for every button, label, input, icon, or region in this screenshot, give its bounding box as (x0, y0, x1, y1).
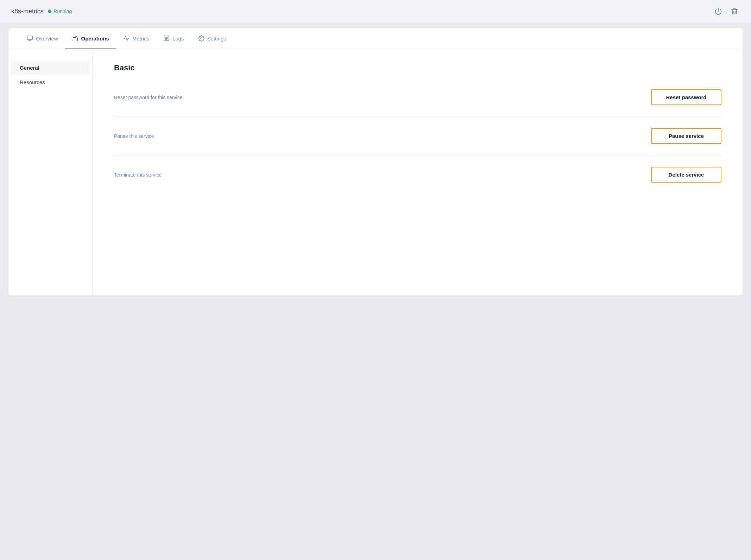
status-dot (48, 9, 51, 13)
section-title: Basic (114, 63, 721, 72)
main-card: Overview Operations Metrics Logs (8, 28, 743, 295)
operation-description-delete-service: Terminate this service (114, 172, 162, 178)
sidebar-item-general[interactable]: General (11, 61, 90, 75)
main-panel: Basic Reset password for this serviceRes… (93, 49, 743, 295)
tab-overview[interactable]: Overview (20, 28, 65, 49)
pause-service-button[interactable]: Pause service (651, 128, 721, 144)
status-badge: Running (48, 8, 72, 14)
operations-icon (72, 35, 78, 42)
power-icon (714, 7, 722, 15)
tab-nav: Overview Operations Metrics Logs (8, 28, 743, 49)
tab-overview-label: Overview (36, 36, 58, 42)
delete-service-button[interactable]: Delete service (651, 167, 721, 183)
sidebar-general-label: General (20, 65, 39, 71)
operation-row-pause-service: Pause this servicePause service (114, 117, 721, 155)
delete-button[interactable] (729, 6, 740, 17)
tab-logs-label: Logs (172, 36, 184, 42)
tab-settings-label: Settings (207, 36, 226, 42)
reset-password-button[interactable]: Reset password (651, 89, 721, 105)
tab-logs[interactable]: Logs (156, 28, 191, 49)
topbar: k8s-metrics Running (0, 0, 751, 23)
tab-settings[interactable]: Settings (191, 28, 233, 49)
topbar-left: k8s-metrics Running (11, 8, 72, 15)
logs-icon (163, 35, 170, 42)
metrics-icon (123, 35, 130, 42)
operation-row-delete-service: Terminate this serviceDelete service (114, 155, 721, 194)
svg-rect-1 (27, 36, 33, 40)
sidebar-item-resources[interactable]: Resources (11, 75, 90, 89)
sidebar: General Resources (8, 49, 93, 295)
tab-metrics[interactable]: Metrics (116, 28, 156, 49)
operation-row-reset-password: Reset password for this serviceReset pas… (114, 87, 721, 117)
tab-operations-label: Operations (81, 36, 109, 42)
operations-container: Reset password for this serviceReset pas… (114, 87, 721, 194)
settings-icon (198, 35, 204, 42)
operation-description-reset-password: Reset password for this service (114, 95, 183, 100)
svg-point-8 (200, 38, 202, 39)
monitor-icon (27, 35, 33, 42)
power-button[interactable] (713, 6, 724, 17)
app-title: k8s-metrics (11, 8, 44, 15)
sidebar-resources-label: Resources (20, 79, 45, 85)
status-label: Running (53, 8, 72, 14)
content-area: General Resources Basic Reset password f… (8, 49, 743, 295)
trash-icon (731, 7, 738, 15)
tab-metrics-label: Metrics (132, 36, 149, 42)
operation-description-pause-service: Pause this service (114, 133, 154, 139)
topbar-right (713, 6, 740, 17)
tab-operations[interactable]: Operations (65, 28, 116, 49)
